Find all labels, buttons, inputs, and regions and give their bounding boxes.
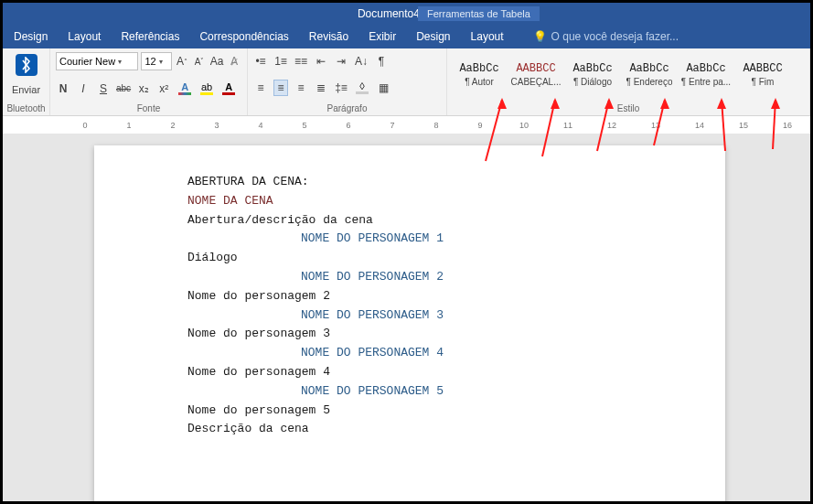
bold-button[interactable]: N — [56, 80, 70, 97]
group-label-bluetooth: Bluetooth — [6, 103, 45, 114]
style-name: ¶ Fim — [752, 77, 775, 87]
superscript-button[interactable]: x² — [156, 80, 171, 97]
doc-line[interactable]: ABERTURA DA CENA: — [187, 173, 725, 192]
text-effects-button[interactable]: A — [177, 81, 193, 95]
tab-table-design[interactable]: Design — [416, 30, 450, 43]
font-color-button[interactable]: A — [220, 81, 237, 95]
font-size-combo[interactable]: 12▾ — [141, 52, 172, 70]
line-spacing-button[interactable]: ‡≡ — [334, 80, 348, 96]
style-name: CABEÇAL... — [510, 77, 561, 87]
doc-line[interactable]: NOME DO PERSONAGEM 1 — [301, 230, 725, 249]
document-viewport[interactable]: ABERTURA DA CENA:NOME DA CENAAbertura/de… — [3, 134, 810, 501]
group-label-font: Fonte — [56, 103, 241, 114]
horizontal-ruler[interactable]: 0123456789101112131415161718 — [3, 116, 810, 134]
style-entrepa[interactable]: AaBbCc¶ Entre pa... — [678, 50, 734, 98]
style-name: ¶ Entre pa... — [681, 77, 731, 87]
style-autor[interactable]: AaBbCc¶ Autor — [451, 50, 508, 98]
doc-line[interactable]: NOME DA CENA — [187, 192, 725, 211]
tell-me-box[interactable]: 💡 O que você deseja fazer... — [533, 30, 679, 43]
tab-mailings[interactable]: Correspondências — [199, 30, 288, 43]
doc-line[interactable]: Abertura/descrição da cena — [187, 211, 725, 231]
doc-line[interactable]: Diálogo — [187, 249, 725, 268]
tab-design[interactable]: Design — [14, 30, 48, 43]
style-name: ¶ Diálogo — [573, 77, 612, 87]
strike-button[interactable]: abc — [116, 80, 131, 97]
doc-line[interactable]: Nome do personagem 2 — [187, 287, 725, 306]
style-sample: AaBbCc — [686, 62, 725, 75]
increase-indent-button[interactable]: ⇥ — [334, 53, 348, 70]
doc-line[interactable]: Nome do personagem 4 — [187, 363, 725, 382]
align-right-button[interactable]: ≡ — [294, 80, 308, 96]
bullet-list-button[interactable]: •≡ — [253, 53, 268, 70]
group-styles: AaBbCc¶ AutorAABBCCCABEÇAL...AaBbCc¶ Diá… — [447, 48, 810, 115]
group-bluetooth: Enviar Bluetooth — [3, 48, 50, 115]
doc-line[interactable]: NOME DO PERSONAGEM 2 — [301, 268, 725, 287]
shading-button[interactable]: ◊ — [354, 80, 370, 94]
style-sample: AaBbCc — [459, 62, 498, 75]
contextual-tab-label: Ferramentas de Tabela — [418, 6, 540, 21]
ribbon-tabs: Design Layout Referências Correspondênci… — [3, 25, 810, 48]
document-page: ABERTURA DA CENA:NOME DA CENAAbertura/de… — [94, 145, 725, 501]
doc-line[interactable]: Nome do personagem 3 — [187, 325, 725, 344]
style-name: ¶ Endereço — [626, 77, 673, 87]
subscript-button[interactable]: x₂ — [136, 80, 151, 97]
doc-line[interactable]: Nome do personagem 5 — [187, 402, 725, 421]
tab-review[interactable]: Revisão — [309, 30, 348, 43]
doc-line[interactable]: NOME DO PERSONAGEM 4 — [301, 344, 725, 363]
style-sample: AABBCC — [516, 62, 555, 75]
justify-button[interactable]: ≣ — [314, 80, 328, 96]
doc-line[interactable]: NOME DO PERSONAGEM 3 — [301, 306, 725, 326]
doc-line[interactable]: Descrição da cena — [187, 420, 725, 439]
style-endereo[interactable]: AaBbCc¶ Endereço — [621, 50, 678, 98]
decrease-indent-button[interactable]: ⇤ — [314, 53, 328, 70]
italic-button[interactable]: I — [76, 80, 91, 97]
align-left-button[interactable]: ≡ — [253, 80, 268, 96]
tab-references[interactable]: Referências — [121, 30, 179, 43]
sort-button[interactable]: A↓ — [354, 53, 369, 70]
ribbon: Enviar Bluetooth Courier New▾ 12▾ A˄ A˅ … — [3, 48, 810, 116]
bluetooth-send-label[interactable]: Enviar — [12, 84, 40, 95]
align-center-button[interactable]: ≡ — [273, 80, 288, 96]
lightbulb-icon: 💡 — [533, 30, 547, 43]
shrink-font-button[interactable]: A˅ — [192, 53, 207, 70]
tell-me-placeholder: O que você deseja fazer... — [551, 30, 679, 43]
tab-layout[interactable]: Layout — [68, 30, 101, 43]
group-label-paragraph: Parágrafo — [253, 103, 441, 114]
style-name: ¶ Autor — [465, 77, 494, 87]
multilevel-list-button[interactable]: ≡≡ — [294, 53, 308, 70]
doc-line[interactable]: NOME DO PERSONAGEM 5 — [301, 382, 725, 402]
highlight-button[interactable]: ab — [198, 81, 215, 95]
style-cabeal[interactable]: AABBCCCABEÇAL... — [508, 50, 564, 98]
font-name-combo[interactable]: Courier New▾ — [56, 52, 138, 70]
style-dilogo[interactable]: AaBbCc¶ Diálogo — [564, 50, 621, 98]
show-marks-button[interactable]: ¶ — [374, 53, 389, 70]
bluetooth-icon[interactable] — [16, 54, 37, 76]
tab-table-layout[interactable]: Layout — [471, 30, 504, 43]
group-label-styles: Estilo — [451, 103, 806, 114]
change-case-button[interactable]: Aa — [209, 53, 224, 70]
style-sample: AABBCC — [743, 62, 782, 75]
underline-button[interactable]: S — [96, 80, 111, 97]
borders-button[interactable]: ▦ — [376, 80, 390, 96]
clear-format-button[interactable]: A̷ — [227, 53, 241, 70]
style-fim[interactable]: AABBCC¶ Fim — [734, 50, 791, 98]
style-sample: AaBbCc — [572, 62, 612, 75]
window-title: Documento4 - Word — [3, 7, 810, 20]
grow-font-button[interactable]: A˄ — [175, 53, 189, 70]
tab-view[interactable]: Exibir — [369, 30, 396, 43]
title-bar: Documento4 - Word Ferramentas de Tabela — [3, 3, 810, 25]
group-paragraph: •≡ 1≡ ≡≡ ⇤ ⇥ A↓ ¶ ≡ ≡ ≡ ≣ ‡≡ ◊ ▦ Parágra… — [248, 48, 447, 115]
style-sample: AaBbCc — [629, 62, 669, 75]
group-font: Courier New▾ 12▾ A˄ A˅ Aa A̷ N I S abc x… — [50, 48, 248, 115]
number-list-button[interactable]: 1≡ — [273, 53, 288, 70]
